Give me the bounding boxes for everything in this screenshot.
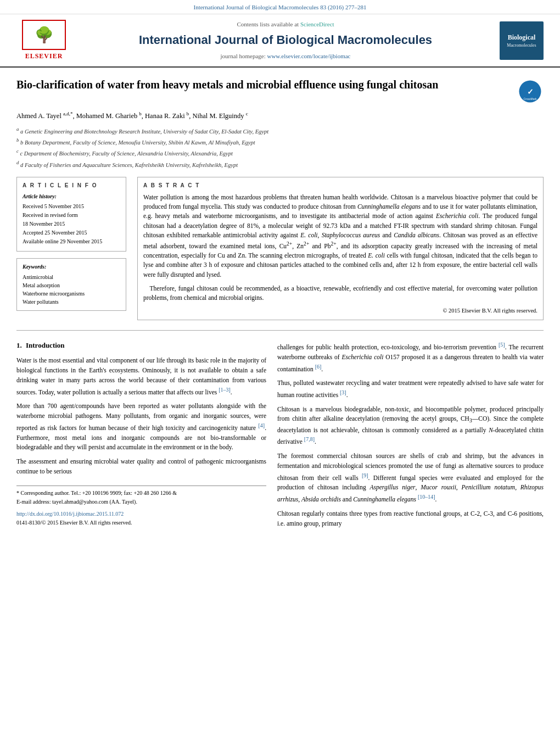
affiliation-d: d d Faculty of Fisheries and Aquaculture… — [16, 159, 544, 169]
intro-para-right-4: The foremost commercial chitosan sources… — [277, 451, 544, 505]
svg-text:CrossMark: CrossMark — [523, 97, 537, 101]
keywords-heading: Keywords: — [23, 263, 120, 271]
doi-line[interactable]: http://dx.doi.org/10.1016/j.ijbiomac.201… — [16, 510, 266, 518]
elsevier-logo-box: 🌳 — [22, 20, 66, 50]
top-bar: International Journal of Biological Macr… — [0, 0, 560, 14]
intro-para-2: More than 700 agent/compounds have been … — [16, 401, 266, 453]
contents-available: Contents lists available at ScienceDirec… — [77, 20, 494, 29]
intro-para-right-3: Chitosan is a marvelous biodegradable, n… — [277, 405, 544, 447]
affiliation-b: b b Botany Department, Faculty of Scienc… — [16, 137, 544, 147]
keyword-1: Antimicrobial — [23, 273, 120, 281]
article-info-label: A R T I C L E I N F O — [23, 182, 120, 189]
journal-homepage-link[interactable]: www.elsevier.com/locate/ijbiomac — [267, 53, 350, 59]
sciencedirect-link[interactable]: ScienceDirect — [300, 21, 334, 27]
affiliation-a: a a Genetic Engineering and Biotechnolog… — [16, 126, 544, 136]
intro-heading: 1. Introduction — [16, 341, 266, 350]
elsevier-branding: 🌳 ELSEVIER — [11, 20, 77, 61]
available-online: Available online 29 November 2015 — [23, 238, 120, 246]
keyword-3: Waterborne microorganisms — [23, 289, 120, 298]
article-info-box: A R T I C L E I N F O Article history: R… — [16, 177, 126, 252]
revised-date: 18 November 2015 — [23, 220, 120, 228]
abstract-box: A B S T R A C T Water pollution is among… — [137, 177, 544, 320]
affiliation-c: c c Department of Biochemistry, Faculty … — [16, 148, 544, 158]
abstract-para-2: Therefore, fungal chitosan could be reco… — [143, 284, 537, 303]
journal-logo: Biological Macromolecules — [494, 21, 549, 60]
journal-title: International Journal of Biological Macr… — [77, 32, 494, 49]
intro-para-right-1: challenges for public health protection,… — [277, 341, 544, 374]
svg-text:✓: ✓ — [527, 87, 533, 96]
authors: Ahmed A. Tayel a,d,*, Mohamed M. Gharieb… — [16, 110, 544, 121]
section-divider — [16, 330, 544, 331]
email-line: E-mail address: tayel.ahmad@yahoo.com (A… — [16, 498, 266, 506]
history-heading: Article history: — [23, 193, 120, 200]
abstract-para-1: Water pollution is among the most hazard… — [143, 193, 537, 280]
footnote-area: * Corresponding author. Tel.: +20 100196… — [16, 486, 266, 506]
keyword-2: Metal adsorption — [23, 281, 120, 289]
article-info-col: A R T I C L E I N F O Article history: R… — [16, 177, 126, 320]
journal-logo-box: Biological Macromolecules — [500, 21, 544, 60]
intro-para-right-5: Chitosan regularly contains three types … — [277, 509, 544, 529]
keywords-box: Keywords: Antimicrobial Metal adsorption… — [16, 258, 126, 311]
abstract-label: A B S T R A C T — [143, 182, 537, 189]
abstract-text: Water pollution is among the most hazard… — [143, 193, 537, 303]
article-content: Bio-clarification of water from heavy me… — [0, 68, 560, 544]
intro-col-left: 1. Introduction Water is the most essent… — [16, 341, 266, 533]
abstract-col: A B S T R A C T Water pollution is among… — [137, 177, 544, 320]
article-title-text: Bio-clarification of water from heavy me… — [16, 77, 508, 98]
article-title: Bio-clarification of water from heavy me… — [16, 77, 508, 92]
affiliations: a a Genetic Engineering and Biotechnolog… — [16, 126, 544, 169]
received-revised-label: Received in revised form — [23, 211, 120, 219]
accepted-date: Accepted 25 November 2015 — [23, 229, 120, 237]
intro-col-right: challenges for public health protection,… — [277, 341, 544, 533]
corresponding-note: * Corresponding author. Tel.: +20 100196… — [16, 489, 266, 497]
intro-para-1: Water is the most essential and vital co… — [16, 356, 266, 397]
keyword-4: Water pollutants — [23, 298, 120, 306]
elsevier-tree-icon: 🌳 — [35, 24, 54, 46]
elsevier-logo: 🌳 ELSEVIER — [22, 20, 66, 61]
page-wrapper: International Journal of Biological Macr… — [0, 0, 560, 544]
copyright-footer: 0141-8130/© 2015 Elsevier B.V. All right… — [16, 519, 266, 527]
crossmark-icon: ✓ CrossMark — [518, 79, 542, 104]
info-abstract-row: A R T I C L E I N F O Article history: R… — [16, 177, 544, 320]
journal-citation: International Journal of Biological Macr… — [194, 4, 367, 10]
journal-homepage: journal homepage: www.elsevier.com/locat… — [77, 52, 494, 60]
elsevier-wordmark: ELSEVIER — [25, 52, 63, 61]
article-title-section: Bio-clarification of water from heavy me… — [16, 77, 544, 105]
introduction-section: 1. Introduction Water is the most essent… — [16, 341, 544, 533]
article-history: Article history: Received 5 November 201… — [23, 193, 120, 246]
journal-header-center: Contents lists available at ScienceDirec… — [77, 20, 494, 61]
abstract-copyright: © 2015 Elsevier B.V. All rights reserved… — [143, 307, 537, 315]
received-date: Received 5 November 2015 — [23, 203, 120, 210]
journal-header: 🌳 ELSEVIER Contents lists available at S… — [0, 14, 560, 68]
crossmark-badge[interactable]: ✓ CrossMark — [516, 77, 544, 105]
intro-para-3: The assessment and ensuring microbial wa… — [16, 457, 266, 477]
intro-para-right-2: Thus, polluted wastewater recycling and … — [277, 378, 544, 400]
